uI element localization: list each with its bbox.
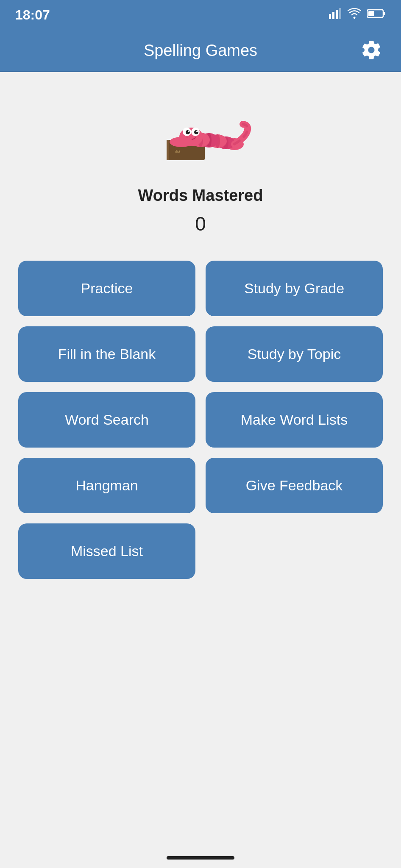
status-bar: 18:07 [0,0,401,30]
fill-in-the-blank-button[interactable]: Fill in the Blank [18,326,195,382]
svg-rect-1 [332,12,334,19]
wifi-icon [348,8,361,22]
main-content: dict [0,72,401,604]
hangman-button[interactable]: Hangman [18,458,195,513]
mascot-container: dict [141,97,260,165]
svg-point-22 [186,130,190,134]
study-by-grade-button[interactable]: Study by Grade [206,261,383,316]
svg-rect-3 [339,8,341,19]
battery-icon [367,8,386,22]
svg-point-23 [194,130,198,134]
svg-rect-2 [336,10,338,19]
app-title: Spelling Games [144,42,257,60]
status-icons [329,8,386,22]
word-search-button[interactable]: Word Search [18,392,195,448]
svg-rect-8 [167,140,169,160]
gear-icon [360,39,382,61]
svg-point-24 [188,131,189,132]
worm-mascot: dict [141,100,260,163]
svg-rect-6 [368,11,374,16]
practice-button[interactable]: Practice [18,261,195,316]
missed-list-button[interactable]: Missed List [18,523,195,579]
words-mastered-count: 0 [138,212,263,235]
settings-button[interactable] [357,36,386,66]
svg-rect-0 [329,14,331,19]
study-by-topic-button[interactable]: Study by Topic [206,326,383,382]
svg-point-26 [170,137,193,147]
svg-point-25 [196,131,198,132]
make-word-lists-button[interactable]: Make Word Lists [206,392,383,448]
give-feedback-button[interactable]: Give Feedback [206,458,383,513]
home-indicator [167,856,234,860]
svg-text:dict: dict [175,150,181,153]
app-header: Spelling Games [0,30,401,72]
words-mastered-label: Words Mastered [138,186,263,205]
signal-icon [329,8,342,22]
words-mastered-section: Words Mastered 0 [138,186,263,235]
svg-rect-5 [384,12,385,15]
button-grid: Practice Study by Grade Fill in the Blan… [18,261,383,579]
status-time: 18:07 [15,7,50,23]
